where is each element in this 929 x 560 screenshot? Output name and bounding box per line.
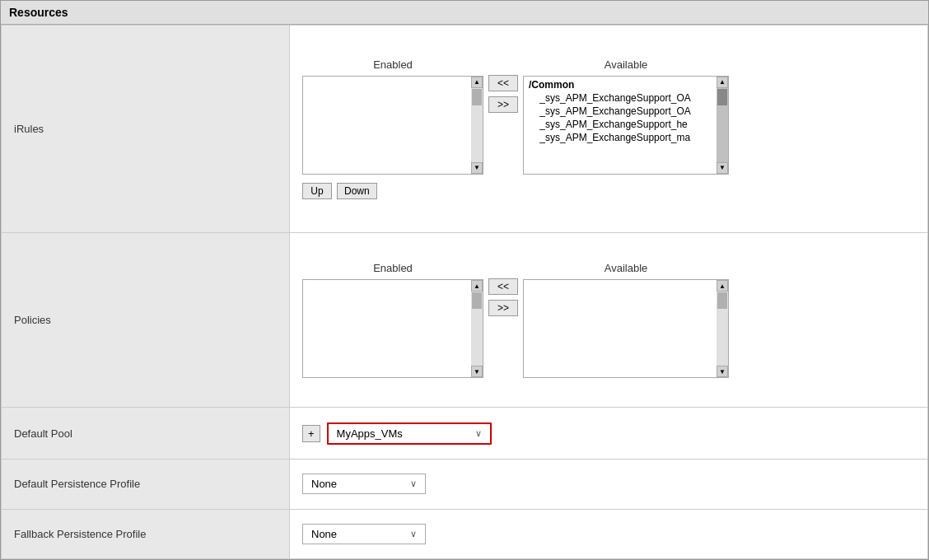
irules-avail-scroll-track — [717, 88, 728, 162]
resources-table: iRules Enabled ▲ ▼ — [1, 25, 928, 559]
irules-down-btn[interactable]: Down — [337, 183, 377, 199]
irules-up-btn[interactable]: Up — [302, 183, 332, 199]
irules-enabled-scroll-track — [471, 88, 483, 162]
policies-transfer-left-btn[interactable]: << — [488, 278, 518, 295]
irules-label-cell: iRules — [2, 26, 290, 233]
default-pool-content-cell: + MyApps_VMs ∨ — [290, 408, 928, 460]
default-persistence-content-cell: None ∨ — [290, 460, 928, 509]
default-pool-label-cell: Default Pool — [2, 408, 290, 460]
irules-avail-scroll-thumb — [717, 89, 727, 105]
policies-enabled-scroll-down[interactable]: ▼ — [471, 366, 483, 377]
fallback-persistence-value: None — [311, 528, 405, 540]
policies-content-cell: Enabled ▲ ▼ << >> — [290, 232, 928, 408]
policies-transfer-right-btn[interactable]: >> — [488, 300, 518, 316]
policies-available-label: Available — [605, 262, 648, 274]
irules-label: iRules — [14, 123, 44, 135]
irules-dual-list: Enabled ▲ ▼ << >> — [302, 58, 915, 175]
irules-available-listbox[interactable]: /Common _sys_APM_ExchangeSupport_OA _sys… — [523, 76, 729, 175]
irules-content-cell: Enabled ▲ ▼ << >> — [290, 26, 928, 233]
default-pool-content: + MyApps_VMs ∨ — [302, 422, 915, 445]
irules-available-group: Available /Common _sys_APM_ExchangeSuppo… — [523, 58, 729, 175]
default-persistence-arrow-icon: ∨ — [410, 478, 417, 489]
policies-row: Policies Enabled ▲ ▼ — [2, 232, 928, 408]
irules-avail-item-4[interactable]: _sys_APM_ExchangeSupport_ma — [527, 131, 713, 144]
policies-label: Policies — [14, 314, 51, 326]
default-pool-dropdown[interactable]: MyApps_VMs ∨ — [327, 422, 492, 445]
default-pool-row: Default Pool + MyApps_VMs ∨ — [2, 408, 928, 460]
irules-enabled-scroll-down[interactable]: ▼ — [471, 162, 483, 174]
fallback-persistence-content-cell: None ∨ — [290, 509, 928, 558]
policies-label-cell: Policies — [2, 232, 290, 408]
policies-avail-scroll-track — [717, 292, 728, 366]
default-persistence-dropdown[interactable]: None ∨ — [302, 474, 426, 494]
default-persistence-label-cell: Default Persistence Profile — [2, 460, 290, 509]
fallback-persistence-row: Fallback Persistence Profile None ∨ — [2, 509, 928, 558]
policies-dual-list: Enabled ▲ ▼ << >> — [302, 262, 915, 378]
default-persistence-row: Default Persistence Profile None ∨ — [2, 460, 928, 509]
default-persistence-value: None — [311, 478, 405, 490]
fallback-persistence-label: Fallback Persistence Profile — [14, 528, 146, 540]
default-pool-plus-btn[interactable]: + — [302, 425, 320, 442]
policies-enabled-scroll-thumb — [472, 292, 482, 309]
irules-available-content: /Common _sys_APM_ExchangeSupport_OA _sys… — [524, 77, 728, 146]
policies-transfer-buttons: << >> — [488, 278, 518, 316]
irules-enabled-label: Enabled — [373, 58, 413, 71]
irules-updown-row: Up Down — [302, 183, 915, 199]
policies-avail-scroll-up[interactable]: ▲ — [717, 280, 728, 292]
policies-avail-scroll-thumb — [717, 292, 727, 309]
irules-enabled-listbox[interactable]: ▲ ▼ — [302, 76, 483, 175]
policies-enabled-scroll-track — [471, 292, 483, 366]
fallback-persistence-dropdown[interactable]: None ∨ — [302, 524, 426, 544]
default-pool-label: Default Pool — [14, 427, 72, 440]
policies-available-group: Available ▲ ▼ — [523, 262, 729, 378]
policies-enabled-label: Enabled — [373, 262, 413, 274]
irules-avail-item-3[interactable]: _sys_APM_ExchangeSupport_he — [527, 118, 713, 131]
default-pool-value: MyApps_VMs — [337, 427, 470, 440]
irules-content: Enabled ▲ ▼ << >> — [302, 58, 915, 199]
section-header: Resources — [1, 1, 928, 25]
irules-enabled-scroll-thumb — [472, 89, 482, 105]
policies-enabled-group: Enabled ▲ ▼ — [302, 262, 483, 378]
irules-transfer-right-btn[interactable]: >> — [488, 96, 518, 113]
irules-enabled-scroll-up[interactable]: ▲ — [471, 77, 483, 88]
default-pool-arrow-icon: ∨ — [475, 428, 482, 439]
fallback-persistence-arrow-icon: ∨ — [410, 529, 417, 539]
irules-available-label: Available — [605, 58, 648, 71]
section-title: Resources — [9, 6, 68, 19]
irules-transfer-left-btn[interactable]: << — [488, 75, 518, 91]
policies-avail-scroll-down[interactable]: ▼ — [717, 366, 728, 377]
fallback-persistence-label-cell: Fallback Persistence Profile — [2, 509, 290, 558]
default-persistence-label: Default Persistence Profile — [14, 478, 140, 490]
irules-avail-item-1[interactable]: _sys_APM_ExchangeSupport_OA — [527, 91, 713, 105]
irules-row: iRules Enabled ▲ ▼ — [2, 26, 928, 233]
policies-enabled-listbox[interactable]: ▲ ▼ — [302, 279, 483, 378]
irules-avail-item-2[interactable]: _sys_APM_ExchangeSupport_OA — [527, 105, 713, 118]
irules-avail-scroll-up[interactable]: ▲ — [717, 77, 728, 88]
policies-enabled-scroll-up[interactable]: ▲ — [471, 280, 483, 292]
policies-available-listbox[interactable]: ▲ ▼ — [523, 279, 729, 378]
irules-transfer-buttons: << >> — [488, 75, 518, 113]
irules-avail-scroll-down[interactable]: ▼ — [717, 162, 728, 174]
irules-avail-item-0[interactable]: /Common — [527, 78, 713, 91]
main-container: Resources iRules Enabled ▲ ▼ — [0, 0, 929, 560]
irules-enabled-group: Enabled ▲ ▼ — [302, 58, 483, 175]
